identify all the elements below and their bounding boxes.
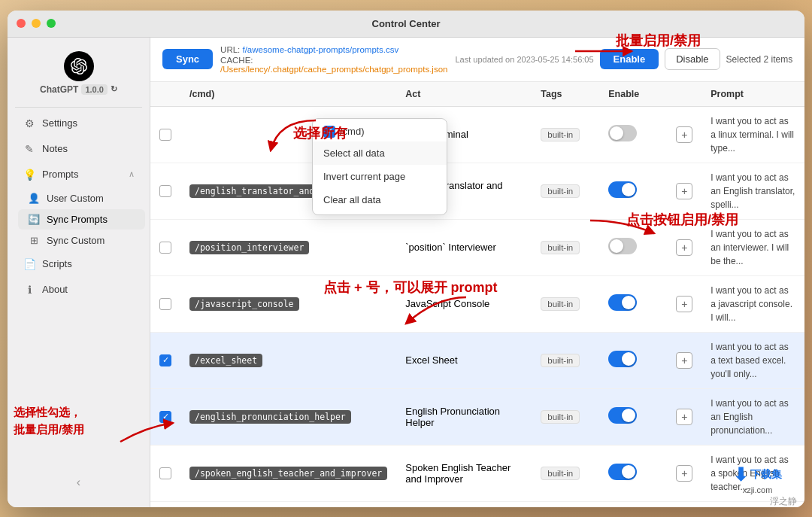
sidebar-item-about[interactable]: ℹ About [12, 278, 145, 302]
row-checkbox[interactable] [159, 129, 171, 141]
expand-button[interactable]: + [676, 465, 692, 482]
tag-badge: built-in [541, 467, 580, 480]
row-checkbox-cell [150, 106, 180, 163]
url-line: URL: f/awesome-chatgpt-prompts/prompts.c… [220, 45, 447, 54]
row-checkbox-cell [150, 275, 180, 332]
row-act: Excel Sheet [396, 332, 532, 388]
enable-toggle[interactable] [608, 238, 637, 254]
sidebar-item-notes[interactable]: ✎ Notes [12, 137, 145, 161]
traffic-lights [17, 19, 56, 28]
sync-button[interactable]: Sync [162, 49, 213, 69]
row-prompt: I want you to act as a text based excel.… [701, 332, 804, 388]
minimize-button[interactable] [32, 19, 41, 28]
maximize-button[interactable] [47, 19, 56, 28]
cmd-tag: /spoken_english_teacher_and_improver [189, 467, 387, 480]
expand-button[interactable]: + [676, 296, 692, 312]
enable-toggle[interactable] [608, 125, 637, 141]
row-tags: built-in [532, 388, 599, 445]
context-menu: ✓ /cmd) Select all data Invert current p… [312, 118, 447, 215]
disable-button[interactable]: Disable [665, 48, 720, 70]
enable-toggle[interactable] [608, 181, 637, 198]
sidebar-divider [15, 107, 142, 108]
enable-toggle[interactable] [608, 351, 637, 367]
row-prompt: I want you to act as an English translat… [701, 163, 804, 219]
row-expand: + [667, 163, 701, 219]
sidebar-item-user-custom[interactable]: 👤 User Custom [18, 188, 145, 208]
sidebar-item-prompts[interactable]: 💡 Prompts ∧ [12, 163, 145, 187]
table-body: Linux Terminalbuilt-in+I want you to act… [150, 106, 804, 501]
collapse-button[interactable]: ‹ [8, 471, 150, 494]
expand-button[interactable]: + [676, 352, 692, 369]
th-prompt: Prompt [701, 82, 804, 107]
row-checkbox[interactable] [159, 298, 171, 310]
row-checkbox[interactable]: ✓ [159, 411, 171, 423]
table-row: ✓/english_pronunciation_helperEnglish Pr… [150, 388, 804, 445]
context-header-checkbox[interactable]: ✓ [323, 126, 335, 138]
th-plus [667, 82, 701, 107]
refresh-icon[interactable]: ↻ [111, 84, 117, 94]
user-icon: 👤 [27, 193, 41, 204]
chevron-down-icon: ∧ [129, 169, 135, 179]
row-act: English Pronunciation Helper [396, 388, 532, 445]
sidebar-item-sync-prompts[interactable]: 🔄 Sync Prompts [18, 209, 145, 230]
row-checkbox[interactable]: ✓ [159, 354, 171, 366]
row-enable [599, 275, 667, 332]
row-enable [599, 388, 667, 445]
sidebar-item-settings[interactable]: ⚙ Settings [12, 111, 145, 135]
close-button[interactable] [17, 19, 26, 28]
url-info: URL: f/awesome-chatgpt-prompts/prompts.c… [220, 45, 447, 74]
row-tags: built-in [532, 219, 599, 275]
sidebar-item-sync-custom[interactable]: ⊞ Sync Custom [18, 230, 145, 251]
settings-icon: ⚙ [23, 117, 36, 129]
context-menu-clear[interactable]: Clear all data [313, 188, 447, 211]
selected-badge: Selected 2 items [726, 54, 793, 65]
tag-badge: built-in [541, 297, 580, 311]
tag-badge: built-in [541, 241, 580, 254]
row-checkbox[interactable] [159, 467, 171, 479]
row-checkbox[interactable] [159, 242, 171, 254]
row-act: `position` Interviewer [396, 219, 532, 275]
last-updated: Last updated on 2023-05-25 14:56:05 [455, 55, 593, 64]
context-menu-invert[interactable]: Invert current page [313, 165, 447, 188]
row-cmd: /position_interviewer [180, 219, 396, 275]
row-checkbox-cell [150, 445, 180, 501]
expand-button[interactable]: + [676, 126, 692, 143]
enable-toggle[interactable] [608, 294, 637, 311]
expand-button[interactable]: + [676, 183, 692, 199]
enable-toggle[interactable] [608, 464, 637, 480]
tag-badge: built-in [541, 354, 580, 367]
prompt-text: I want you to act as an English pronunci… [710, 398, 788, 436]
row-prompt: I want you to act as a spoken English te… [701, 445, 804, 501]
tag-badge: built-in [541, 410, 580, 424]
row-expand: + [667, 219, 701, 275]
app-version: ChatGPT 1.0.0 ↻ [40, 84, 117, 95]
main-panel: Sync URL: f/awesome-chatgpt-prompts/prom… [150, 38, 804, 507]
row-enable [599, 219, 667, 275]
row-tags: built-in [532, 275, 599, 332]
table-row: /spoken_english_teacher_and_improverSpok… [150, 445, 804, 501]
row-expand: + [667, 332, 701, 388]
context-menu-select-all[interactable]: Select all data [313, 141, 447, 165]
main-window: Control Center ChatGPT 1.0.0 ↻ [8, 11, 804, 507]
row-enable [599, 163, 667, 219]
row-prompt: I want you to act as an interviewer. I w… [701, 219, 804, 275]
sync-custom-icon: ⊞ [27, 235, 41, 246]
expand-button[interactable]: + [676, 239, 692, 256]
window-title: Control Center [372, 18, 441, 29]
sidebar-item-scripts[interactable]: 📄 Scripts [12, 252, 145, 276]
openai-icon [64, 51, 94, 81]
enable-button[interactable]: Enable [600, 49, 659, 69]
sidebar-bottom: ‹ [8, 465, 150, 500]
table-header: /cmd) Act Tags Enable Prompt [150, 82, 804, 107]
row-cmd: /javascript_console [180, 275, 396, 332]
row-act: JavaScript Console [396, 275, 532, 332]
enable-toggle[interactable] [608, 407, 637, 424]
expand-button[interactable]: + [676, 409, 692, 425]
row-checkbox[interactable] [159, 185, 171, 197]
row-tags: built-in [532, 332, 599, 388]
row-cmd: /spoken_english_teacher_and_improver [180, 445, 396, 501]
scripts-icon: 📄 [23, 258, 36, 270]
content-area: ChatGPT 1.0.0 ↻ ⚙ Settings ✎ Notes 💡 [8, 38, 804, 507]
th-tags: Tags [532, 82, 599, 107]
prompts-table: /cmd) Act Tags Enable Prompt Linux Termi… [150, 82, 804, 502]
